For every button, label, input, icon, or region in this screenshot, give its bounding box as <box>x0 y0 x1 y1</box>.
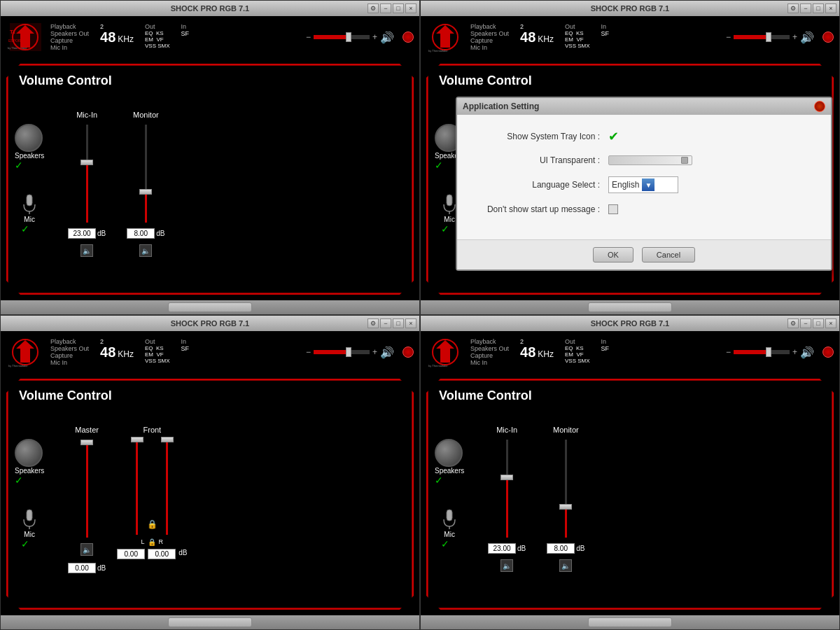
speakers-label-q1: Speakers <box>15 152 44 160</box>
vol-bar-q3[interactable] <box>314 350 370 354</box>
transparent-control <box>608 155 692 165</box>
systray-label: Show System Tray Icon : <box>474 132 600 141</box>
vol-thumb-q1[interactable] <box>346 32 351 42</box>
systray-control: ✔ <box>608 129 619 144</box>
title-bar-q2: SHOCK PRO RGB 7.1 ⚙ − □ × <box>421 1 839 16</box>
title-controls-q4: ⚙ − □ × <box>788 318 836 328</box>
tt-logo-q4: by Thermaltake <box>426 335 465 370</box>
slider-monitor-thumb-q1[interactable] <box>139 189 152 195</box>
title-controls-q2: ⚙ − □ × <box>788 4 836 13</box>
power-btn-q1[interactable] <box>402 31 414 43</box>
slider-micin-mute-q4[interactable]: 🔈 <box>500 559 513 572</box>
title-text-q3: SHOCK PRO RGB 7.1 <box>171 319 249 328</box>
close-btn-q4[interactable]: × <box>825 318 836 328</box>
slider-monitor-track-q1[interactable] <box>139 125 153 223</box>
vol-fill-q1 <box>314 35 350 39</box>
lock-icon-q3[interactable]: 🔒 <box>147 519 158 529</box>
main-content-q3: Volume Control Speakers ✓ <box>1 373 419 615</box>
slider-master-q3: Master 🔈 0.00 dB <box>68 426 106 573</box>
red-panel-q1: Volume Control Speakers ✓ <box>6 64 414 295</box>
mic-check-q1: ✓ <box>21 223 38 234</box>
slider-monitor-mute-q4[interactable]: 🔈 <box>559 559 572 572</box>
playback-label-q2: Playback <box>470 23 509 30</box>
slider-micin-fill-q1 <box>86 164 88 223</box>
vc-title-q1: Volume Control <box>19 74 401 88</box>
quadrant-top-left: SHOCK PRO RGB 7.1 ⚙ − □ × Tt ESPORTS by … <box>0 0 420 315</box>
slider-micin-label-q1: Mic-In <box>76 111 97 119</box>
app-header-q3: by Thermaltake Playback Speakers Out Cap… <box>1 331 419 373</box>
minimize-btn-q1[interactable]: − <box>380 4 391 13</box>
dialog-cancel-btn[interactable]: Cancel <box>642 247 695 262</box>
vol-bar-q4[interactable] <box>734 350 790 354</box>
app-header-q1: Tt ESPORTS by Thermaltake Playback Speak… <box>1 16 419 58</box>
dialog-row-transparent: UI Transparent : <box>474 155 814 165</box>
maximize-btn-q3[interactable]: □ <box>393 318 404 328</box>
power-btn-q3[interactable] <box>402 346 414 358</box>
close-btn-q3[interactable]: × <box>405 318 416 328</box>
slider-micin-track-q1[interactable] <box>80 125 94 223</box>
out-label-q1: Out <box>145 23 170 30</box>
language-control: English ▼ <box>608 176 678 193</box>
settings-btn-q2[interactable]: ⚙ <box>788 4 799 13</box>
maximize-btn-q1[interactable]: □ <box>393 4 404 13</box>
speakers-out-label-q1: Speakers Out <box>50 30 89 37</box>
vol-thumb-q2[interactable] <box>766 32 771 42</box>
sliders-q3: Master 🔈 0.00 dB <box>19 412 401 600</box>
bottom-strip-q2 <box>421 300 839 314</box>
settings-btn-q1[interactable]: ⚙ <box>368 4 379 13</box>
side-icons-q4: Speakers ✓ Mic ✓ <box>435 439 464 550</box>
mic-in-label-q1: Mic In <box>50 44 89 51</box>
dialog-row-language: Language Select : English ▼ <box>474 176 814 193</box>
svg-rect-7 <box>27 195 32 206</box>
dialog-title-bar: Application Setting <box>457 98 831 115</box>
vol-bar-q2[interactable] <box>734 35 790 39</box>
side-icons-q1: Speakers ✓ Mic ✓ <box>15 124 44 234</box>
speaker-circle-q1 <box>15 124 43 152</box>
power-btn-q2[interactable] <box>822 31 834 43</box>
slider-micin-q4: Mic-In 23.00 dB 🔈 <box>488 426 526 572</box>
vc-title-q4: Volume Control <box>439 388 821 403</box>
close-btn-q2[interactable]: × <box>825 4 836 13</box>
svg-text:by Thermaltake: by Thermaltake <box>428 49 448 52</box>
slider-micin-mute-q1[interactable]: 🔈 <box>80 244 93 257</box>
settings-btn-q3[interactable]: ⚙ <box>368 318 379 328</box>
vc-area-q3: Volume Control Speakers ✓ <box>8 380 412 608</box>
tt-logo-q2: by Thermaltake <box>426 20 465 55</box>
language-dropdown-btn[interactable]: ▼ <box>642 178 654 191</box>
minimize-btn-q3[interactable]: − <box>380 318 391 328</box>
bottom-strip-inner-q4 <box>588 617 672 627</box>
header-info-q2: Playback Speakers Out Capture Mic In 2 4… <box>470 23 720 51</box>
svg-rect-19 <box>27 510 32 521</box>
transparent-thumb[interactable] <box>681 157 688 164</box>
minimize-btn-q4[interactable]: − <box>800 318 811 328</box>
maximize-btn-q4[interactable]: □ <box>813 318 824 328</box>
dialog-close-btn[interactable] <box>814 101 825 112</box>
slider-monitor-mute-q1[interactable]: 🔈 <box>139 244 152 257</box>
mic-svg-q1 <box>21 193 38 216</box>
vol-minus-icon-q1: − <box>306 32 311 42</box>
slider-micin-q1: Mic-In 23.00 dB 🔈 <box>68 111 106 257</box>
power-btn-q4[interactable] <box>822 346 834 358</box>
close-btn-q1[interactable]: × <box>405 4 416 13</box>
slider-monitor-label-q1: Monitor <box>133 111 159 119</box>
slider-front-r-q3 <box>160 437 174 535</box>
vol-bar-q1[interactable] <box>314 35 370 39</box>
dontshow-checkbox[interactable] <box>608 204 618 214</box>
master-vol-q1: − + 🔊 <box>306 31 394 44</box>
tt-logo-q3: by Thermaltake <box>6 335 45 370</box>
dialog-ok-btn[interactable]: OK <box>593 247 634 262</box>
slider-micin-thumb-q1[interactable] <box>80 160 93 165</box>
slider-front-lr-q3: 🔒 <box>130 437 174 535</box>
maximize-btn-q2[interactable]: □ <box>813 4 824 13</box>
minimize-btn-q2[interactable]: − <box>800 4 811 13</box>
bottom-strip-inner-q2 <box>588 302 672 312</box>
transparent-slider[interactable] <box>608 155 692 165</box>
master-vol-q3: − + 🔊 <box>306 346 394 359</box>
vc-area-q1: Volume Control Speakers ✓ <box>8 65 412 293</box>
settings-btn-q4[interactable]: ⚙ <box>788 318 799 328</box>
quadrant-bottom-left: SHOCK PRO RGB 7.1 ⚙ − □ × by Thermaltake… <box>0 315 420 630</box>
bottom-strip-q1 <box>1 300 419 314</box>
language-select[interactable]: English ▼ <box>608 176 678 193</box>
slider-micin-value-q1: 23.00 <box>68 228 96 239</box>
bottom-strip-inner-q3 <box>168 617 252 627</box>
